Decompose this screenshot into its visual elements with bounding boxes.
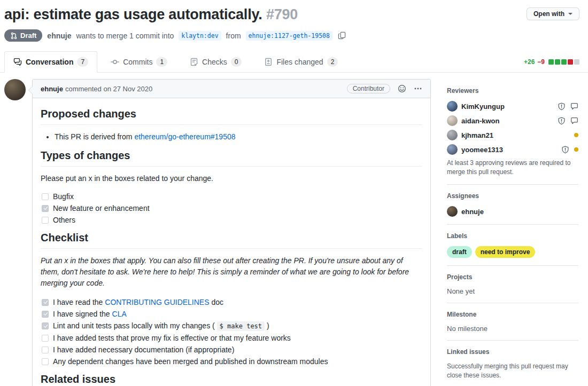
tab-checks[interactable]: Checks0 xyxy=(181,51,251,73)
milestone-empty-text: No milestone xyxy=(447,325,578,333)
heading-types-of-changes: Types of changes xyxy=(41,149,422,167)
projects-heading[interactable]: Projects xyxy=(447,273,578,281)
sidebar-section-projects: Projects None yet xyxy=(447,265,578,295)
sidebar-section-reviewers: Reviewers KimKyungup aidan-kwon kjhman21… xyxy=(447,87,578,177)
checkbox-checked[interactable] xyxy=(42,311,49,318)
sidebar-section-milestone: Milestone No milestone xyxy=(447,303,578,333)
tab-commits[interactable]: Commits1 xyxy=(102,51,176,73)
open-with-button[interactable]: Open with xyxy=(527,7,579,20)
avatar[interactable] xyxy=(447,115,458,126)
tab-label: Conversation xyxy=(26,57,73,67)
reviewer-status-icons xyxy=(574,133,578,137)
tab-files-changed[interactable]: Files changed2 xyxy=(255,51,347,73)
tab-spacer xyxy=(347,51,524,72)
diffstat: +26 −9 xyxy=(524,58,579,66)
assignees-list: ehnuje xyxy=(447,206,578,217)
checkbox-unchecked[interactable] xyxy=(42,335,49,342)
inline-text: ) xyxy=(265,321,269,330)
inline-link[interactable]: ethereum/go-ethereum#19508 xyxy=(134,132,235,141)
reviewer-commented-icon xyxy=(570,117,578,125)
tab-conversation[interactable]: Conversation7 xyxy=(4,51,97,73)
comment-author-link[interactable]: ehnuje xyxy=(41,85,63,93)
checkbox-unchecked[interactable] xyxy=(42,217,49,224)
pr-number: #790 xyxy=(266,6,298,22)
pr-header: api: estimate gas usage automatically. #… xyxy=(0,0,588,42)
types-task-list: BugfixNew feature or enhancementOthers xyxy=(41,191,422,226)
checkbox-checked[interactable] xyxy=(42,205,49,212)
checklist-task-list: I have read the CONTRIBUTING GUIDELINES … xyxy=(41,296,422,367)
inline-link[interactable]: CONTRIBUTING GUIDELINES xyxy=(105,298,209,306)
add-reaction-button[interactable] xyxy=(398,84,406,93)
reviewer-name[interactable]: aidan-kwon xyxy=(461,117,500,125)
contributor-badge: Contributor xyxy=(347,84,390,93)
diff-block-add xyxy=(561,59,567,65)
page-title: api: estimate gas usage automatically. #… xyxy=(4,5,579,23)
types-intro-text: Please put an x in the boxes related to … xyxy=(41,173,422,184)
from-word: from xyxy=(226,31,241,40)
task-label: I have signed the CLA xyxy=(53,308,127,320)
checkbox-unchecked[interactable] xyxy=(42,358,49,365)
avatar[interactable] xyxy=(447,130,458,140)
tab-counter: 0 xyxy=(231,57,242,67)
inline-text: Lint and unit tests pass locally with my… xyxy=(53,321,217,330)
diff-block-add xyxy=(555,59,560,65)
shield-icon xyxy=(558,117,566,125)
diffstat-blocks xyxy=(548,59,579,65)
checkbox-unchecked[interactable] xyxy=(42,346,49,353)
assignees-heading[interactable]: Assignees xyxy=(447,192,578,200)
pr-author-link[interactable]: ehnuje xyxy=(47,31,71,40)
inline-link[interactable]: CLA xyxy=(112,310,127,318)
pending-review-dot xyxy=(574,147,578,152)
task-list-item: Bugfix xyxy=(42,191,422,202)
chevron-down-icon xyxy=(568,13,572,15)
reviewer-name[interactable]: KimKyungup xyxy=(461,103,505,111)
request-review-button[interactable] xyxy=(558,103,566,111)
copy-icon xyxy=(338,31,346,40)
reviewer-status-icons xyxy=(561,146,578,154)
checkbox-unchecked[interactable] xyxy=(42,193,49,200)
task-list-item: Lint and unit tests pass locally with my… xyxy=(42,320,422,332)
reviewer-name[interactable]: yoomee1313 xyxy=(461,146,503,154)
reviewers-heading[interactable]: Reviewers xyxy=(447,87,578,94)
linked-issues-note: Successfully merging this pull request m… xyxy=(447,362,578,380)
linked-issues-heading[interactable]: Linked issues xyxy=(447,348,578,356)
diff-block-neutral xyxy=(574,59,579,65)
head-branch-ref[interactable]: ehnuje:1127-geth-19508 xyxy=(246,31,332,41)
comment-card: ehnuje commented on 27 Nov 2020 Contribu… xyxy=(32,79,431,386)
label-draft[interactable]: draft xyxy=(447,246,472,258)
avatar[interactable] xyxy=(4,79,26,100)
copy-branch-button[interactable] xyxy=(338,31,346,40)
assignee-name[interactable]: ehnuje xyxy=(461,208,484,216)
avatar[interactable] xyxy=(447,101,458,112)
draft-state-badge: Draft xyxy=(4,29,42,42)
sidebar-section-assignees: Assignees ehnuje xyxy=(447,184,578,217)
labels-heading[interactable]: Labels xyxy=(447,232,578,240)
comment-options-button[interactable] xyxy=(414,84,422,93)
heading-checklist: Checklist xyxy=(41,231,422,249)
inline-text: I have read the xyxy=(53,298,105,306)
task-list-item: I have added necessary documentation (if… xyxy=(42,344,422,356)
request-review-button[interactable] xyxy=(561,146,569,154)
checkbox-checked[interactable] xyxy=(42,299,49,306)
avatar[interactable] xyxy=(447,206,458,217)
request-review-button[interactable] xyxy=(558,117,566,125)
content-layout: ehnuje commented on 27 Nov 2020 Contribu… xyxy=(0,73,588,386)
heading-proposed-changes: Proposed changes xyxy=(41,107,422,125)
reviewer-commented-icon xyxy=(570,103,578,111)
sidebar-section-labels: Labels draftneed to improve xyxy=(447,224,578,258)
inline-text: Any dependent changes have been merged a… xyxy=(53,357,328,366)
reviewer-name[interactable]: kjhman21 xyxy=(461,131,493,139)
pending-review-dot xyxy=(574,133,578,137)
task-label: I have added tests that prove my fix is … xyxy=(53,332,291,344)
merge-action-text: wants to merge 1 commit into xyxy=(76,31,174,40)
task-list-item: I have added tests that prove my fix is … xyxy=(42,332,422,344)
tab-list: Conversation7 Commits1 Checks0 Files cha… xyxy=(4,51,347,72)
avatar[interactable] xyxy=(447,144,458,155)
diff-additions: +26 xyxy=(524,58,535,66)
checkbox-checked[interactable] xyxy=(42,322,49,329)
milestone-heading[interactable]: Milestone xyxy=(447,311,578,318)
base-branch-ref[interactable]: klaytn:dev xyxy=(179,31,221,41)
label-need-to-improve[interactable]: need to improve xyxy=(475,246,536,258)
comment-body: Proposed changes This PR is derived from… xyxy=(33,98,430,386)
diff-block-add xyxy=(548,59,554,65)
